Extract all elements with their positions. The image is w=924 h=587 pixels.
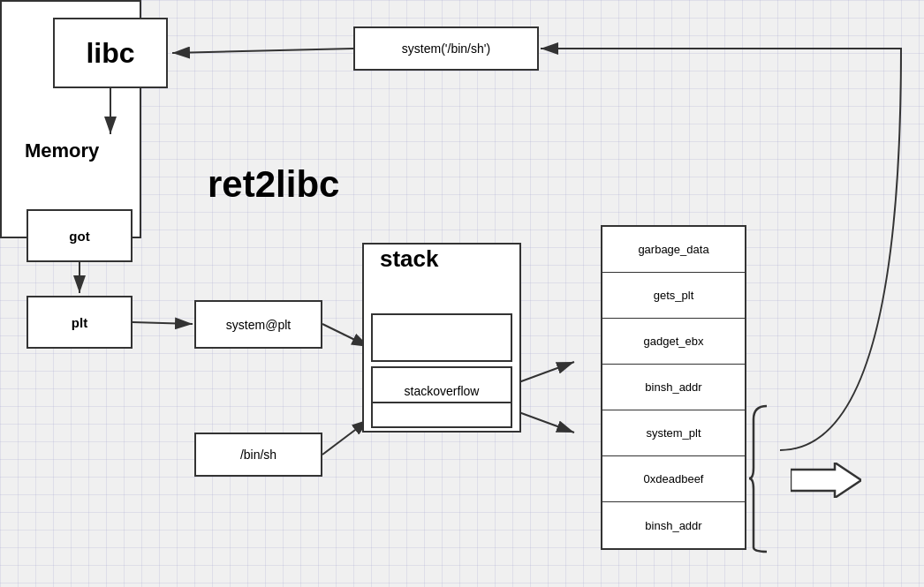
ret2libc-label: ret2libc bbox=[208, 163, 339, 206]
binsh-label: /bin/sh bbox=[240, 448, 276, 462]
system-call-box: system('/bin/sh') bbox=[353, 26, 539, 71]
stack-list-row: 0xdeadbeef bbox=[602, 456, 745, 502]
stack-list-row: garbage_data bbox=[602, 227, 745, 273]
stack-list-row: binsh_addr bbox=[602, 502, 745, 548]
curly-brace-svg bbox=[749, 402, 784, 556]
stack-row2-label: stackoverflow bbox=[405, 384, 480, 398]
got-box: got bbox=[27, 209, 133, 262]
memory-label: Memory bbox=[25, 139, 99, 162]
stack-list-row: gets_plt bbox=[602, 273, 745, 319]
svg-line-7 bbox=[514, 362, 574, 384]
system-call-label: system('/bin/sh') bbox=[402, 41, 490, 56]
got-label: got bbox=[69, 229, 89, 244]
binsh-box: /bin/sh bbox=[194, 433, 322, 477]
svg-line-9 bbox=[172, 49, 353, 53]
svg-line-4 bbox=[133, 322, 193, 324]
plt-box: plt bbox=[27, 296, 133, 349]
svg-line-8 bbox=[514, 410, 574, 433]
libc-box: libc bbox=[53, 18, 168, 88]
system-plt-box: system@plt bbox=[194, 300, 322, 349]
stack-list: garbage_datagets_pltgadget_ebxbinsh_addr… bbox=[601, 225, 746, 550]
stack-list-row: binsh_addr bbox=[602, 365, 745, 410]
plt-label: plt bbox=[72, 315, 87, 330]
diagram-container: libc Memory got plt system@plt /bin/sh s… bbox=[0, 0, 924, 587]
stack-list-row: system_plt bbox=[602, 410, 745, 456]
stack-row3 bbox=[371, 402, 512, 428]
big-arrow-svg bbox=[791, 463, 861, 498]
system-plt-label: system@plt bbox=[226, 318, 291, 332]
stack-label: stack bbox=[380, 245, 439, 273]
svg-marker-10 bbox=[791, 463, 861, 498]
stack-row1 bbox=[371, 313, 512, 362]
libc-label: libc bbox=[86, 37, 134, 70]
stack-list-row: gadget_ebx bbox=[602, 319, 745, 365]
